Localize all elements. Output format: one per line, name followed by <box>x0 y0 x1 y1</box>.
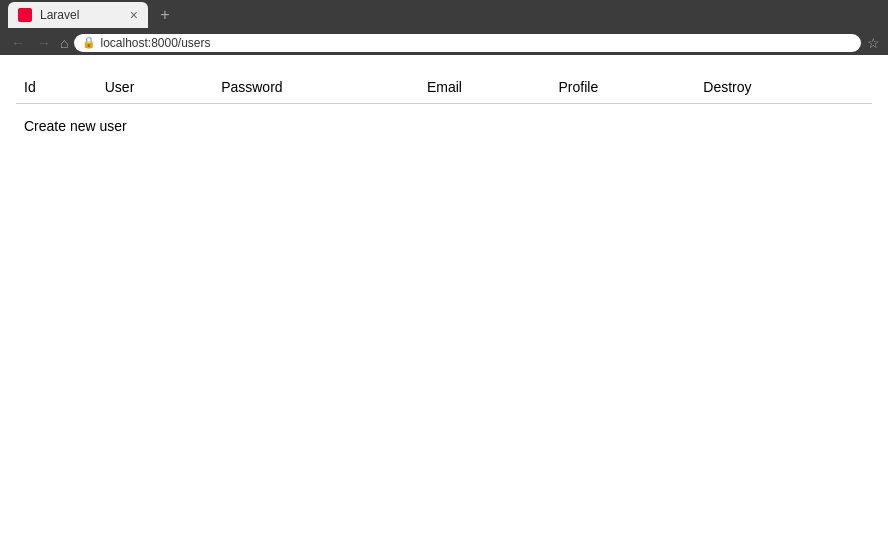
table-column-password: Password <box>221 71 427 104</box>
table-column-email: Email <box>427 71 559 104</box>
url-bar[interactable]: 🔒 localhost:8000/users <box>74 34 861 52</box>
home-button[interactable]: ⌂ <box>60 35 68 51</box>
create-new-user-link[interactable]: Create new user <box>16 118 127 134</box>
forward-button[interactable]: → <box>34 35 54 51</box>
tab-close-button[interactable]: × <box>130 8 138 22</box>
browser-tab[interactable]: Laravel × <box>8 2 148 28</box>
table-header-row: IdUserPasswordEmailProfileDestroy <box>16 71 872 104</box>
address-bar: ← → ⌂ 🔒 localhost:8000/users ☆ <box>0 30 888 55</box>
table-column-destroy: Destroy <box>703 71 872 104</box>
url-text: localhost:8000/users <box>100 36 210 50</box>
back-button[interactable]: ← <box>8 35 28 51</box>
table-header: IdUserPasswordEmailProfileDestroy <box>16 71 872 104</box>
lock-icon: 🔒 <box>82 36 96 49</box>
table-column-id: Id <box>16 71 105 104</box>
bookmark-button[interactable]: ☆ <box>867 35 880 51</box>
new-tab-button[interactable]: + <box>152 2 178 28</box>
table-column-profile: Profile <box>559 71 704 104</box>
table-column-user: User <box>105 71 221 104</box>
tab-favicon <box>18 8 32 22</box>
page-content: IdUserPasswordEmailProfileDestroy Create… <box>0 55 888 540</box>
tab-bar: Laravel × + <box>0 0 888 30</box>
browser-chrome: Laravel × + ← → ⌂ 🔒 localhost:8000/users… <box>0 0 888 55</box>
users-table: IdUserPasswordEmailProfileDestroy <box>16 71 872 104</box>
tab-title: Laravel <box>40 8 122 22</box>
